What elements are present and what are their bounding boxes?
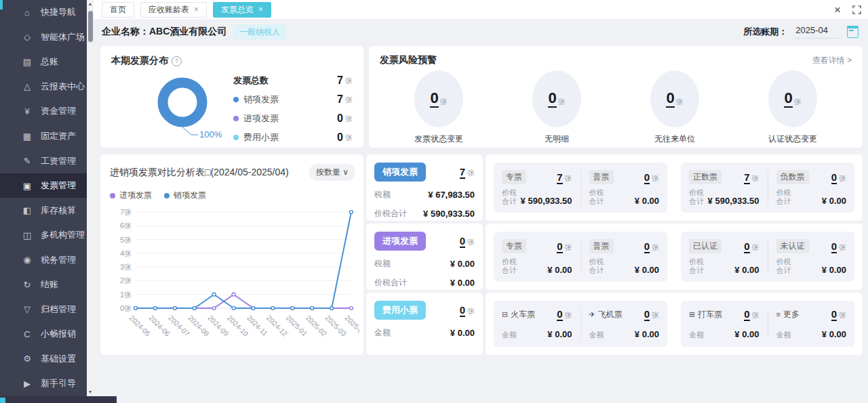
panel-title: 本期发票分布? [111, 55, 353, 67]
risk-label: 无明细 [545, 133, 569, 145]
svg-text:2025-02: 2025-02 [304, 314, 329, 338]
building-icon: ▦ [22, 131, 33, 142]
risk-count-circle[interactable]: 0张 [532, 70, 581, 127]
expense-receipt-badge: 费用小票 [374, 301, 426, 320]
sidebar-item-payroll[interactable]: ✎工资管理 [0, 148, 87, 173]
invoice-icon: ▣ [22, 181, 33, 191]
ticket-type-cell: ✈飞机票0张 金额¥ 0.00 [580, 308, 660, 339]
sidebar-item-cloud-reports[interactable]: △云报表中心 [0, 75, 87, 100]
legend-purchase[interactable]: 进项发票 [110, 190, 152, 201]
sidebar-item-guide[interactable]: ▶新手引导 [0, 371, 87, 396]
sidebar-item-archive[interactable]: ▽归档管理 [0, 297, 87, 322]
sidebar-item-inventory[interactable]: ◧库存核算 [0, 198, 87, 223]
purchase-invoice-breakdown: 专票0张 价税合计¥ 0.00 普票0张 价税合计¥ 0.00 已认证0张 价税… [486, 224, 863, 290]
cell-count[interactable]: 0张 [744, 240, 759, 253]
scroll-up-icon[interactable]: ▲ [87, 0, 94, 8]
period-value[interactable]: 2025-04 [794, 25, 840, 39]
fullscreen-icon[interactable] [852, 5, 861, 14]
metric-value: ¥ 0.00 [635, 196, 659, 206]
cell-count[interactable]: 0张 [644, 171, 659, 184]
legend-sales[interactable]: 销项发票 [164, 190, 206, 201]
calendar-icon[interactable] [847, 26, 859, 38]
car-icon: ⊞ [689, 310, 695, 319]
scrollbar-thumb[interactable] [88, 11, 93, 42]
sidebar-item-reimburse[interactable]: C小畅报销 [0, 322, 87, 347]
close-icon[interactable]: × [194, 5, 199, 14]
sales-invoice-badge: 销项发票 [374, 163, 426, 182]
invoice-type-cell: 专票0张 价税合计¥ 0.00 [502, 239, 572, 274]
cell-count[interactable]: 0张 [744, 308, 759, 320]
risk-count-circle[interactable]: 0张 [768, 70, 817, 127]
donut-percent-label: 100% [199, 129, 222, 140]
positive-negative-group: 正数票7张 价税合计¥ 590,933.50 负数票0张 价税合计¥ 0.00 [681, 163, 854, 213]
tab-receivable-aging[interactable]: 应收账龄表× [140, 2, 207, 18]
sidebar-item-label: 快捷导航 [41, 6, 76, 18]
cell-count[interactable]: 7张 [557, 171, 572, 184]
c-logo-icon: C [22, 329, 33, 339]
cell-count[interactable]: 0张 [831, 308, 846, 320]
cell-count[interactable]: 0张 [644, 308, 659, 320]
sidebar-item-agent-plaza[interactable]: ◇智能体广场 [0, 25, 87, 50]
close-icon[interactable]: × [258, 5, 263, 14]
risk-count-circle[interactable]: 0张 [414, 70, 463, 127]
plane-icon: ✈ [589, 310, 595, 319]
left-accent-strip [0, 0, 3, 9]
metric-value: ¥ 0.00 [635, 329, 659, 339]
svg-text:0张: 0张 [120, 304, 132, 312]
scroll-down-icon[interactable]: ▼ [87, 388, 94, 396]
risk-count-circle[interactable]: 0张 [650, 70, 699, 127]
view-details-link[interactable]: 查看详情 > [812, 55, 852, 66]
metric-label: 价税合计 [502, 257, 519, 275]
home-icon: ⌂ [22, 7, 33, 18]
risk-item-no-counterparty: 0张 无往来单位 [616, 70, 734, 145]
sidebar-item-label: 小畅报销 [41, 328, 76, 340]
sidebar-item-label: 固定资产 [41, 130, 76, 142]
cell-count[interactable]: 7张 [744, 171, 759, 184]
sidebar-item-label: 新手引导 [41, 377, 76, 389]
sidebar-item-general-ledger[interactable]: ▤总账 [0, 49, 87, 75]
sidebar-item-funds[interactable]: ¥资金管理 [0, 99, 87, 124]
content-area: 企业名称：ABC酒业有限公司 一般纳税人 所选账期： 2025-04 本期发票分… [94, 19, 868, 403]
risk-label: 认证状态变更 [768, 133, 817, 145]
metric-label: 金额 [502, 331, 517, 339]
close-icon[interactable]: × [834, 4, 841, 16]
metric-label: 价税合计 [776, 188, 793, 206]
sidebar-item-closing[interactable]: ↻结账 [0, 272, 87, 297]
help-icon[interactable]: ? [172, 56, 182, 66]
svg-text:7张: 7张 [120, 208, 132, 216]
sidebar-item-multi-org[interactable]: ◫多机构管理 [0, 223, 87, 248]
legend-row-expense: 费用小票 0张 [233, 128, 353, 147]
purchase-invoice-count[interactable]: 0张 [460, 235, 475, 247]
sidebar-item-quick-nav[interactable]: ⌂快捷导航 [0, 0, 87, 25]
type-tag: 负数票 [776, 170, 809, 184]
tab-invoice-overview[interactable]: 发票总览× [213, 2, 271, 18]
cell-count[interactable]: 0张 [831, 171, 846, 184]
svg-text:4张: 4张 [120, 249, 132, 257]
cell-count[interactable]: 0张 [831, 240, 846, 253]
page-header: 企业名称：ABC酒业有限公司 一般纳税人 所选账期： 2025-04 [94, 19, 868, 45]
svg-text:2024-07: 2024-07 [167, 314, 191, 338]
sidebar-item-label: 归档管理 [41, 303, 76, 316]
tab-home[interactable]: 首页 [102, 2, 134, 18]
svg-text:2024-10: 2024-10 [226, 314, 250, 338]
svg-text:2024-11: 2024-11 [245, 314, 269, 337]
type-tag: 更多 [783, 309, 800, 320]
sidebar-item-tax[interactable]: ◉税务管理 [0, 247, 87, 272]
quantity-toggle-dropdown[interactable]: 按数量 ∨ [309, 164, 355, 181]
sidebar-item-invoice-management[interactable]: ▣发票管理 [0, 173, 87, 198]
cell-count[interactable]: 0张 [557, 308, 572, 320]
taxi-more-group: ⊞打车票0张 金额¥ 0.00 ≡更多0张 金额¥ 0.00 [681, 301, 854, 347]
sidebar-item-label: 总账 [41, 56, 58, 68]
sidebar-item-settings[interactable]: ⚙基础设置 [0, 347, 87, 372]
cell-count[interactable]: 0张 [644, 240, 659, 253]
expense-receipt-count[interactable]: 0张 [460, 304, 475, 316]
train-plane-group: ⊟火车票0张 金额¥ 0.00 ✈飞机票0张 金额¥ 0.00 [494, 301, 667, 347]
type-tag: 正数票 [689, 170, 722, 184]
svg-text:2025-03: 2025-03 [324, 314, 349, 338]
metric-value: ¥ 590,933.50 [708, 196, 760, 206]
sidebar-scrollbar[interactable]: ▲ ▼ [87, 0, 94, 396]
metric-value: ¥ 0.00 [547, 329, 572, 339]
sales-invoice-count[interactable]: 7张 [460, 166, 475, 178]
cell-count[interactable]: 0张 [557, 240, 572, 253]
sidebar-item-fixed-assets[interactable]: ▦固定资产 [0, 124, 87, 149]
